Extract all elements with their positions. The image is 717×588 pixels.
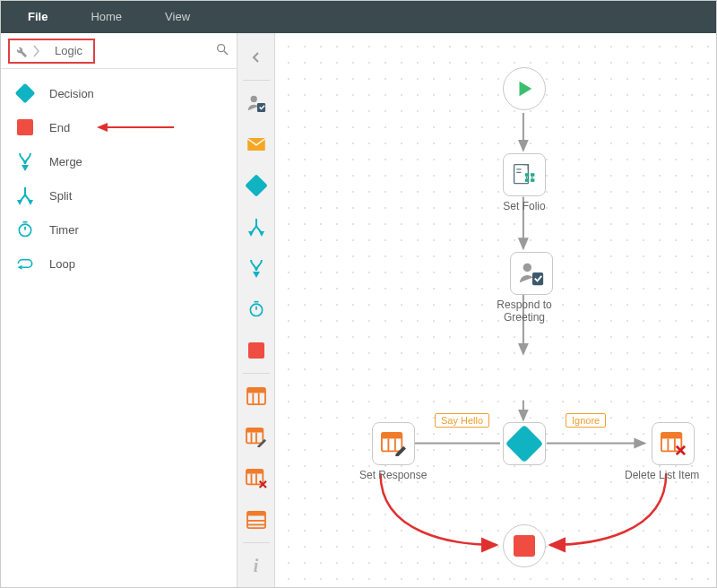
tool-split[interactable]: Split xyxy=(1,178,237,212)
tool-loop[interactable]: Loop xyxy=(1,246,237,281)
svg-marker-14 xyxy=(248,231,254,237)
search-icon[interactable] xyxy=(215,42,229,59)
tool-label: Merge xyxy=(49,155,82,169)
node-label: Set Response xyxy=(359,469,427,481)
node-decision[interactable] xyxy=(503,422,546,465)
svg-marker-16 xyxy=(253,272,260,278)
svg-rect-50 xyxy=(525,178,529,182)
collapse-button[interactable] xyxy=(238,37,275,78)
node-label: Delete List Item xyxy=(625,469,699,481)
tool-list: Decision End Merge xyxy=(1,69,237,288)
data-table-icon xyxy=(246,387,266,405)
stop-icon xyxy=(514,535,535,557)
strip-decision-icon[interactable] xyxy=(238,165,275,206)
node-label: Respond to Greeting xyxy=(488,298,560,324)
square-icon xyxy=(248,342,264,359)
strip-merge-icon[interactable] xyxy=(238,247,275,289)
menu-home[interactable]: Home xyxy=(71,1,142,33)
strip-task-icon[interactable] xyxy=(238,82,275,124)
decision-icon xyxy=(15,83,35,103)
svg-marker-5 xyxy=(17,200,22,205)
split-icon xyxy=(15,186,35,205)
svg-rect-61 xyxy=(661,433,681,439)
menu-file[interactable]: File xyxy=(8,1,67,33)
info-icon: i xyxy=(254,556,259,576)
tool-label: End xyxy=(49,121,70,134)
strip-end-icon[interactable] xyxy=(238,330,275,371)
tool-label: Split xyxy=(49,189,72,203)
strip-data-delete-icon[interactable] xyxy=(238,458,275,499)
timer-icon xyxy=(15,220,35,239)
breadcrumb-label: Logic xyxy=(46,44,82,57)
strip-split-icon[interactable] xyxy=(238,206,275,247)
timer-icon xyxy=(247,300,265,318)
user-task-icon xyxy=(518,260,545,287)
workflow-canvas[interactable]: Set Folio Respond to Greeting Say Hello … xyxy=(275,33,716,588)
document-flow-icon xyxy=(512,162,537,187)
svg-rect-12 xyxy=(256,103,264,112)
strip-mail-icon[interactable] xyxy=(238,124,275,165)
wrench-icon xyxy=(13,44,28,58)
svg-rect-29 xyxy=(246,470,263,474)
top-menu-bar: File Home View xyxy=(1,1,716,33)
diamond-icon xyxy=(245,174,267,196)
diamond-icon xyxy=(505,425,543,463)
node-set-response[interactable]: Set Response xyxy=(359,422,427,481)
svg-marker-10 xyxy=(18,265,22,270)
data-list-icon xyxy=(246,511,266,529)
loop-icon xyxy=(15,254,35,273)
chevron-left-icon xyxy=(251,51,262,64)
strip-data-list-icon[interactable] xyxy=(238,499,275,540)
data-table-delete-icon xyxy=(660,431,687,456)
breadcrumb-search-row: Logic xyxy=(1,33,237,69)
svg-line-1 xyxy=(224,51,228,55)
node-respond-to-greeting[interactable]: Respond to Greeting xyxy=(503,252,560,324)
chevron-right-icon xyxy=(33,44,40,58)
svg-rect-35 xyxy=(247,512,265,516)
tool-merge[interactable]: Merge xyxy=(1,144,237,178)
svg-point-0 xyxy=(218,45,225,52)
tool-timer[interactable]: Timer xyxy=(1,212,237,246)
svg-marker-6 xyxy=(28,200,33,205)
svg-rect-49 xyxy=(531,173,534,177)
split-icon xyxy=(247,217,265,237)
data-table-edit-icon xyxy=(380,431,407,456)
branch-label-ignore[interactable]: Ignore xyxy=(566,413,606,428)
main-layout: Logic Decision End xyxy=(1,33,716,588)
svg-rect-48 xyxy=(525,173,529,177)
highlight-arrow-icon xyxy=(95,121,176,134)
svg-point-11 xyxy=(250,96,256,102)
svg-marker-4 xyxy=(22,165,29,171)
menu-view[interactable]: View xyxy=(145,1,210,33)
strip-info-icon[interactable]: i xyxy=(238,545,275,586)
svg-marker-44 xyxy=(520,82,532,97)
end-icon xyxy=(15,117,35,137)
svg-point-7 xyxy=(19,224,30,236)
mail-icon xyxy=(246,137,266,151)
svg-rect-55 xyxy=(532,272,543,285)
strip-timer-icon[interactable] xyxy=(238,289,275,330)
branch-label-say-hello[interactable]: Say Hello xyxy=(435,413,489,428)
svg-rect-57 xyxy=(382,433,402,439)
node-end[interactable] xyxy=(503,524,546,567)
data-table-delete-icon xyxy=(246,469,267,489)
breadcrumb[interactable]: Logic xyxy=(8,39,95,64)
svg-marker-15 xyxy=(259,231,264,237)
tool-end[interactable]: End xyxy=(1,110,237,144)
svg-rect-51 xyxy=(531,178,534,182)
strip-data-edit-icon[interactable] xyxy=(238,417,275,458)
toolbox-sidebar: Logic Decision End xyxy=(1,33,238,588)
node-start[interactable] xyxy=(503,67,546,110)
data-table-edit-icon xyxy=(246,428,267,447)
merge-icon xyxy=(15,151,35,171)
svg-rect-21 xyxy=(247,388,265,393)
merge-icon xyxy=(247,258,265,278)
node-set-folio[interactable]: Set Folio xyxy=(503,153,546,212)
svg-point-54 xyxy=(523,264,531,272)
tool-decision[interactable]: Decision xyxy=(1,76,237,110)
node-delete-list-item[interactable]: Delete List Item xyxy=(646,422,699,481)
node-label: Set Folio xyxy=(503,200,546,212)
icon-strip: i xyxy=(238,33,275,588)
strip-data-icon[interactable] xyxy=(238,376,275,417)
tool-label: Loop xyxy=(49,257,75,271)
